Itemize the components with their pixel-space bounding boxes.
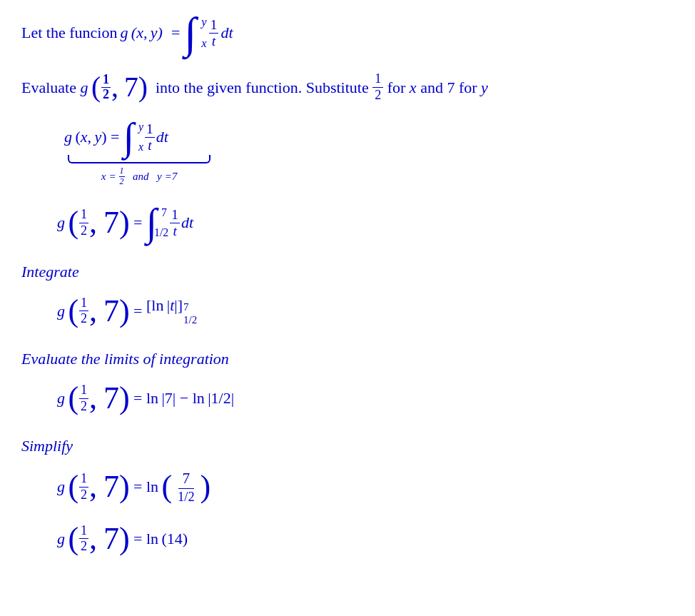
simplify-eq1: g ( 1 2 , 7) = ln ( 7 1/2 ) [57, 470, 674, 505]
eval-limits-result: g ( 1 2 , 7) = ln |7| − ln |1/2| [57, 383, 674, 414]
ln-result-line: g ( 1 2 , 7) = [ln |t|] 7 1/2 [57, 296, 674, 327]
into-text: into the given function. Substitute [148, 79, 372, 97]
underbrace-block: g (x, y) = ∫ y x 1 t dt [57, 121, 674, 186]
integral-intro: ∫ y x 1 t dt [184, 14, 233, 51]
evaluate-text: Evaluate [21, 79, 80, 97]
integrate-label: Integrate [21, 263, 674, 281]
substituted-integral: g ( 1 2 , 7) = ∫ 7 1/2 1 t dt [57, 206, 674, 240]
evaluate-line: Evaluate g ( 1 2 , 7) into the given fun… [21, 71, 674, 103]
equals-intro: = [171, 24, 180, 42]
one-half-inline: 1 2 [372, 71, 383, 103]
simplify-eq2: g ( 1 2 , 7) = ln (14) [57, 523, 674, 555]
math-content: Let the funcion g (x, y) = ∫ y x 1 t dt … [21, 14, 674, 565]
simplify-label: Simplify [21, 437, 674, 455]
g-half-7-text: g ( 1 2 , 7) [80, 73, 147, 102]
intro-line: Let the funcion g (x, y) = ∫ y x 1 t dt [21, 14, 674, 51]
g-xy-intro: g (x, y) [120, 24, 163, 42]
eval-limits-label: Evaluate the limits of integration [21, 350, 674, 368]
intro-text: Let the funcion [21, 24, 117, 42]
for-x-text: for x and 7 for y [383, 79, 488, 97]
